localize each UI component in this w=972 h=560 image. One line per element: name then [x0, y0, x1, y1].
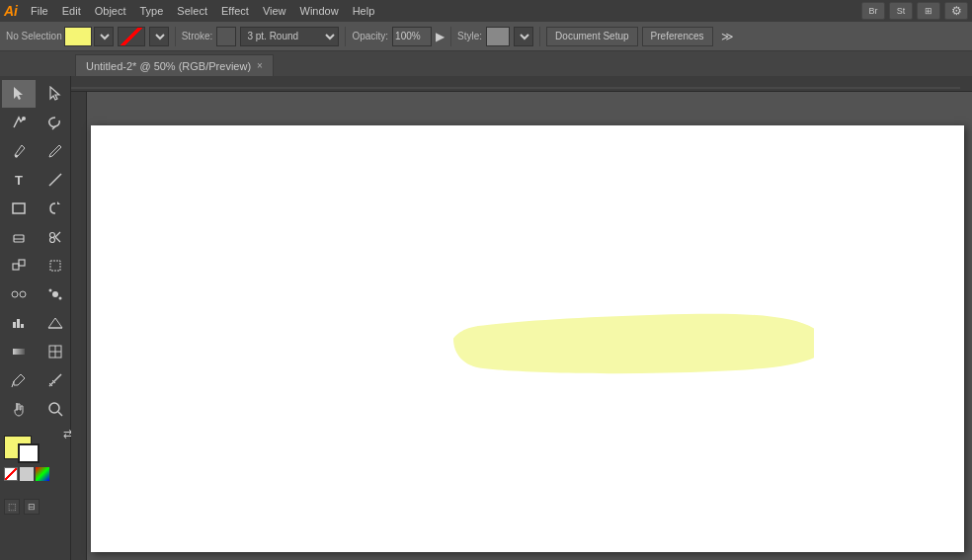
style-preview[interactable]: [486, 27, 510, 46]
symbol-tool[interactable]: [39, 280, 72, 308]
svg-rect-37: [71, 76, 972, 92]
opacity-label: Opacity:: [352, 31, 388, 41]
line-tool[interactable]: [39, 166, 72, 194]
divider-2: [345, 27, 346, 46]
mesh-tool[interactable]: [39, 338, 72, 365]
svg-point-19: [52, 291, 58, 297]
svg-point-2: [22, 117, 26, 120]
svg-point-12: [50, 233, 55, 238]
selection-group: No Selection ▼: [6, 27, 114, 46]
menu-effect[interactable]: Effect: [214, 3, 256, 19]
bridge-icon[interactable]: Br: [861, 2, 885, 20]
rotate-tool[interactable]: [39, 195, 72, 222]
tab-bar: Untitled-2* @ 50% (RGB/Preview) ×: [0, 51, 972, 76]
preferences-button[interactable]: Preferences: [642, 27, 713, 46]
scissors-tool[interactable]: [39, 223, 72, 251]
grid-icon[interactable]: ⊞: [917, 2, 940, 20]
eraser-tool[interactable]: [2, 223, 36, 251]
paintbrush-tool[interactable]: [2, 137, 36, 165]
column-graph-tool[interactable]: [2, 309, 36, 337]
svg-line-10: [55, 232, 60, 237]
color-fill-icon[interactable]: [20, 467, 34, 481]
selection-label: No Selection: [6, 31, 62, 41]
lasso-tool[interactable]: [39, 109, 72, 136]
hand-tool[interactable]: [2, 395, 36, 423]
none-fill-icon[interactable]: [4, 467, 18, 481]
svg-rect-24: [21, 324, 24, 328]
app-logo: Ai: [4, 3, 18, 19]
menu-object[interactable]: Object: [88, 3, 133, 19]
fill-type-select[interactable]: ▼: [94, 27, 114, 46]
options-toolbar: No Selection ▼ ▼ Stroke: 3 pt. Round 1 p…: [0, 22, 972, 51]
blend-tool[interactable]: [2, 280, 36, 308]
svg-point-18: [20, 291, 26, 297]
opacity-arrow[interactable]: ▶: [436, 30, 445, 43]
svg-marker-7: [57, 201, 60, 204]
fill-color-selector[interactable]: [64, 27, 92, 46]
svg-line-11: [55, 237, 60, 242]
style-label: Style:: [457, 31, 482, 41]
stroke-width-input[interactable]: [216, 27, 236, 46]
svg-point-17: [12, 291, 18, 297]
extra-tool-icons: ⬚ ⊟: [4, 499, 40, 515]
menu-type[interactable]: Type: [133, 3, 171, 19]
pen-tool[interactable]: [2, 109, 36, 136]
svg-marker-25: [48, 318, 62, 328]
tab-title: Untitled-2* @ 50% (RGB/Preview): [86, 60, 251, 72]
divider-3: [450, 27, 451, 46]
horizontal-ruler: [71, 76, 972, 92]
svg-point-4: [15, 155, 18, 158]
gradient-fill-icon[interactable]: [36, 467, 49, 481]
style-select[interactable]: ▼: [514, 27, 533, 46]
divider-1: [175, 27, 176, 46]
svg-rect-16: [50, 261, 60, 271]
stroke-swatch[interactable]: [18, 443, 40, 463]
direct-selection-tool[interactable]: [39, 80, 72, 108]
stroke-color-box[interactable]: [118, 27, 145, 46]
svg-point-20: [49, 289, 52, 292]
menu-bar: Ai File Edit Object Type Select Effect V…: [0, 0, 972, 22]
tab-close-button[interactable]: ×: [257, 60, 263, 71]
layers-icon[interactable]: ⊟: [24, 499, 40, 515]
perspective-grid-tool[interactable]: [39, 309, 72, 337]
stroke-label: Stroke:: [182, 31, 213, 41]
color-mode-row: [4, 467, 49, 481]
artboard-icon[interactable]: ⬚: [4, 499, 20, 515]
menu-edit[interactable]: Edit: [55, 3, 88, 19]
free-transform-tool[interactable]: [39, 252, 72, 280]
type-tool[interactable]: T: [2, 166, 36, 194]
svg-marker-0: [14, 87, 23, 100]
svg-rect-27: [13, 349, 25, 355]
eyedropper-tool[interactable]: [2, 366, 36, 394]
apps-icon[interactable]: ⚙: [944, 2, 968, 20]
svg-rect-14: [13, 264, 19, 270]
divider-4: [539, 27, 540, 46]
vertical-ruler: [71, 92, 87, 560]
zoom-tool[interactable]: [39, 395, 72, 423]
document-tab[interactable]: Untitled-2* @ 50% (RGB/Preview) ×: [75, 54, 274, 76]
stroke-width-select[interactable]: 3 pt. Round 1 pt. 2 pt.: [240, 27, 339, 46]
stock-icon[interactable]: St: [889, 2, 913, 20]
blob-svg: [241, 275, 814, 403]
selection-tool[interactable]: [2, 80, 36, 108]
menu-view[interactable]: View: [256, 3, 293, 19]
svg-rect-6: [13, 203, 25, 213]
menu-help[interactable]: Help: [346, 3, 382, 19]
menu-window[interactable]: Window: [293, 3, 346, 19]
menu-file[interactable]: File: [24, 3, 55, 19]
document-setup-button[interactable]: Document Setup: [546, 27, 638, 46]
menu-select[interactable]: Select: [170, 3, 214, 19]
gradient-tool[interactable]: [2, 338, 36, 365]
opacity-input[interactable]: [392, 27, 432, 46]
svg-point-35: [49, 403, 59, 413]
canvas-area: [71, 76, 972, 560]
toolbar-options-icon[interactable]: ≫: [721, 30, 734, 43]
measure-tool[interactable]: [39, 366, 72, 394]
stroke-type-select[interactable]: ▼: [149, 27, 169, 46]
rectangle-tool[interactable]: [2, 195, 36, 222]
scale-tool[interactable]: [2, 252, 36, 280]
svg-rect-23: [17, 319, 20, 328]
svg-rect-15: [19, 260, 25, 266]
app-switcher-icons: Br St ⊞ ⚙: [861, 2, 968, 20]
pencil-tool[interactable]: [39, 137, 72, 165]
